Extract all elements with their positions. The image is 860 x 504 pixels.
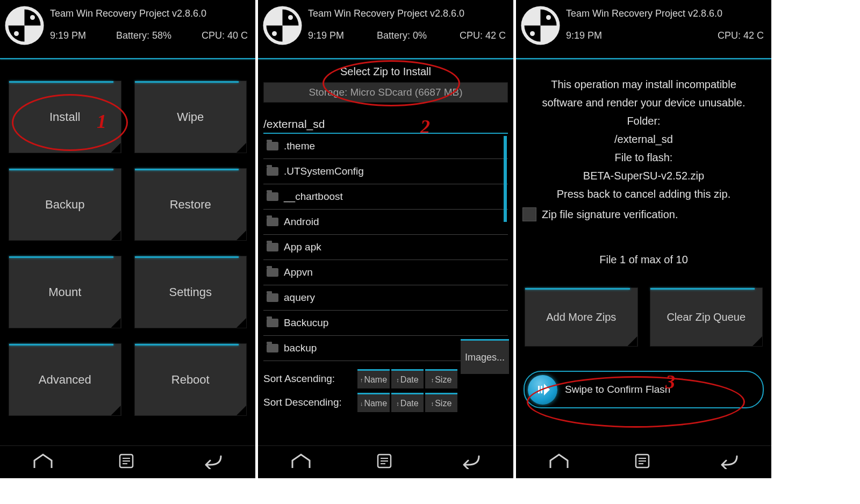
folder-icon — [267, 319, 278, 327]
current-path-label: /external_sd — [263, 118, 508, 131]
svg-point-2 — [14, 31, 19, 36]
folder-icon — [267, 167, 278, 176]
app-title: Team Win Recovery Project v2.8.6.0 — [566, 8, 766, 19]
sig-verify-checkbox[interactable] — [522, 207, 536, 221]
screen-subtitle: Select Zip to Install — [258, 59, 513, 78]
warning-text: This operation may install incompatible … — [516, 59, 771, 203]
sort-asc-size-button[interactable]: ↕Size — [425, 369, 457, 388]
install-button[interactable]: Install — [9, 81, 121, 153]
folder-icon — [267, 344, 278, 352]
back-icon[interactable] — [199, 453, 223, 471]
storage-select-button[interactable]: Storage: Micro SDcard (6687 MB) — [263, 82, 508, 103]
twrp-logo-icon — [520, 5, 561, 46]
folder-icon — [267, 192, 278, 201]
log-icon[interactable] — [376, 453, 393, 471]
list-item[interactable]: Appvn — [263, 260, 508, 285]
nav-bar — [0, 445, 255, 478]
sort-desc-size-button[interactable]: ↕Size — [425, 393, 457, 412]
list-item[interactable]: Backucup — [263, 311, 508, 336]
clear-zip-queue-button[interactable]: Clear Zip Queue — [650, 287, 763, 347]
nav-bar — [516, 445, 771, 478]
screen-2-file-browser: Team Win Recovery Project v2.8.6.0 9:19 … — [258, 0, 513, 478]
log-icon[interactable] — [118, 453, 135, 471]
home-icon[interactable] — [290, 453, 312, 471]
svg-point-8 — [288, 15, 293, 20]
app-title: Team Win Recovery Project v2.8.6.0 — [308, 8, 508, 19]
status-time: 9:19 PM — [308, 30, 344, 41]
status-time: 9:19 PM — [566, 30, 602, 41]
wipe-button[interactable]: Wipe — [134, 81, 247, 153]
svg-point-1 — [30, 15, 35, 20]
header: Team Win Recovery Project v2.8.6.0 9:19 … — [516, 0, 771, 59]
add-more-zips-button[interactable]: Add More Zips — [525, 287, 638, 347]
app-title: Team Win Recovery Project v2.8.6.0 — [50, 8, 250, 19]
sig-verify-label: Zip file signature verification. — [542, 208, 678, 221]
list-item[interactable]: aquery — [263, 285, 508, 311]
twrp-logo-icon — [4, 5, 45, 46]
folder-icon — [267, 293, 278, 302]
sort-desc-label: Sort Descending: — [263, 397, 357, 408]
status-battery: Battery: 58% — [116, 30, 171, 41]
status-cpu: CPU: 40 C — [202, 30, 248, 41]
file-list: .theme .UTSystemConfig __chartboost Andr… — [263, 133, 508, 366]
screen-1-main-menu: Team Win Recovery Project v2.8.6.0 9:19 … — [0, 0, 255, 478]
folder-icon — [267, 268, 278, 277]
twrp-logo-icon — [262, 5, 303, 46]
status-battery: Battery: 0% — [377, 30, 427, 41]
status-time: 9:19 PM — [50, 30, 86, 41]
scrollbar-thumb[interactable] — [504, 136, 507, 222]
mount-button[interactable]: Mount — [9, 256, 121, 328]
sort-asc-name-button[interactable]: ↑Name — [357, 369, 390, 388]
sort-desc-date-button[interactable]: ↕Date — [391, 393, 424, 412]
swipe-thumb-icon[interactable] — [528, 375, 557, 405]
back-icon[interactable] — [715, 453, 739, 471]
list-item[interactable]: App apk — [263, 235, 508, 260]
sort-desc-name-button[interactable]: ↓Name — [357, 393, 390, 412]
list-item[interactable]: __chartboost — [263, 184, 508, 210]
file-count-label: File 1 of max of 10 — [516, 254, 771, 266]
header: Team Win Recovery Project v2.8.6.0 9:19 … — [258, 0, 513, 59]
status-cpu: CPU: 42 C — [718, 30, 764, 41]
home-icon[interactable] — [548, 453, 570, 471]
status-cpu: CPU: 42 C — [460, 30, 506, 41]
settings-button[interactable]: Settings — [134, 256, 247, 328]
sort-asc-label: Sort Ascending: — [263, 373, 357, 385]
backup-button[interactable]: Backup — [9, 168, 121, 241]
list-item[interactable]: Android — [263, 210, 508, 235]
folder-icon — [267, 142, 278, 150]
swipe-label: Swipe to Confirm Flash — [565, 384, 670, 395]
advanced-button[interactable]: Advanced — [9, 343, 121, 416]
svg-point-16 — [530, 31, 535, 36]
screen-3-confirm-flash: Team Win Recovery Project v2.8.6.0 9:19 … — [516, 0, 771, 478]
reboot-button[interactable]: Reboot — [134, 343, 247, 416]
svg-point-9 — [272, 31, 277, 36]
restore-button[interactable]: Restore — [134, 168, 247, 241]
folder-icon — [267, 218, 278, 226]
swipe-confirm-slider[interactable]: Swipe to Confirm Flash — [524, 371, 764, 408]
back-icon[interactable] — [457, 453, 481, 471]
list-item[interactable]: .theme — [263, 134, 508, 159]
svg-point-15 — [546, 15, 551, 20]
list-item[interactable]: .UTSystemConfig — [263, 159, 508, 184]
header: Team Win Recovery Project v2.8.6.0 9:19 … — [0, 0, 255, 59]
log-icon[interactable] — [634, 453, 651, 471]
nav-bar — [258, 445, 513, 478]
images-button[interactable]: Images... — [461, 339, 509, 374]
sort-asc-date-button[interactable]: ↕Date — [391, 369, 424, 388]
home-icon[interactable] — [32, 453, 54, 471]
folder-icon — [267, 243, 278, 251]
